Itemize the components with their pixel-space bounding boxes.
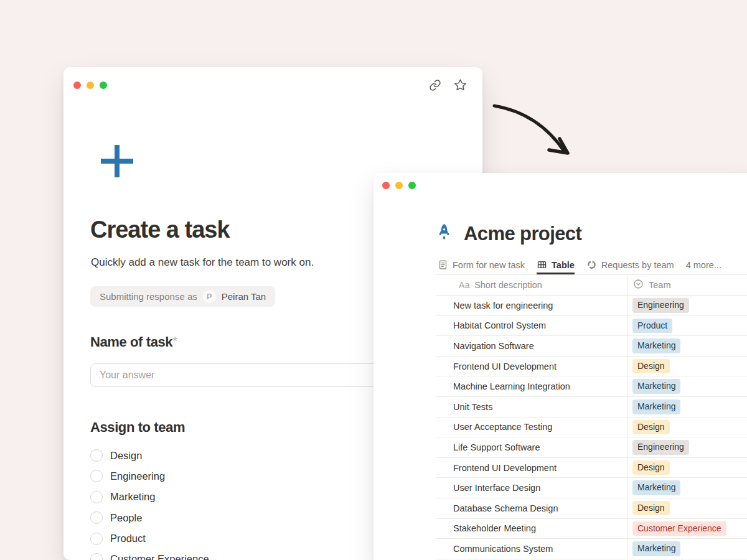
team-cell[interactable]: Marketing xyxy=(627,338,680,353)
star-icon[interactable] xyxy=(454,78,467,91)
team-tag: Marketing xyxy=(632,480,680,495)
team-cell[interactable]: Marketing xyxy=(627,399,680,414)
select-property-icon xyxy=(633,279,644,291)
view-tabs: Form for new task Table Requests by team… xyxy=(438,255,721,274)
table-row[interactable]: Machine Learning Integration Marketing xyxy=(436,376,747,397)
team-cell[interactable]: Design xyxy=(627,359,670,374)
team-tag: Product xyxy=(632,319,672,334)
column-header-team[interactable]: Team xyxy=(627,279,670,291)
team-option[interactable]: Product xyxy=(90,533,209,545)
team-tag: Marketing xyxy=(632,379,680,394)
team-cell[interactable]: Design xyxy=(627,420,670,435)
description-cell[interactable]: New task for engineering xyxy=(436,301,627,310)
view-tab[interactable]: Form for new task xyxy=(438,255,525,274)
team-cell[interactable]: Marketing xyxy=(627,379,680,394)
team-cell[interactable]: Product xyxy=(627,319,672,334)
task-table: Aa Short description Team New task for e… xyxy=(436,275,747,559)
table-row[interactable]: Life Support Software Engineering xyxy=(436,437,747,458)
description-cell[interactable]: User Acceptance Testing xyxy=(436,422,627,432)
radio-button[interactable] xyxy=(90,491,103,503)
radio-label: Customer Experience xyxy=(110,553,209,560)
close-window-button[interactable] xyxy=(382,182,390,189)
description-cell[interactable]: Frontend UI Development xyxy=(436,463,627,473)
field-label-text: Name of task xyxy=(90,334,172,350)
tab-label: Requests by team xyxy=(601,260,674,270)
radio-button[interactable] xyxy=(90,470,103,482)
table-row[interactable]: User Interface Design Marketing xyxy=(436,478,747,498)
description-cell[interactable]: Unit Tests xyxy=(436,402,627,412)
table-row[interactable]: Stakeholder Meeting Customer Experience xyxy=(436,519,747,539)
radio-label: Engineering xyxy=(110,470,165,482)
team-option[interactable]: Customer Experience xyxy=(90,553,209,560)
page-title: Acme project xyxy=(464,223,581,245)
curved-arrow xyxy=(486,93,579,167)
team-cell[interactable]: Marketing xyxy=(627,480,680,495)
name-of-task-label: Name of task* xyxy=(90,334,177,350)
team-cell[interactable]: Marketing xyxy=(627,541,680,556)
team-tag: Design xyxy=(632,359,670,374)
radio-button[interactable] xyxy=(90,533,103,545)
description-cell[interactable]: Machine Learning Integration xyxy=(436,381,627,391)
team-option[interactable]: Design xyxy=(90,449,209,462)
assign-to-team-label: Assign to team xyxy=(90,419,185,436)
team-cell[interactable]: Design xyxy=(627,460,670,475)
column-header-label: Short description xyxy=(474,280,542,290)
team-options: Design Engineering Marketing People Prod… xyxy=(90,449,209,560)
plus-icon xyxy=(99,143,135,182)
view-tab[interactable]: Table xyxy=(537,255,575,274)
table-row[interactable]: Communications System Marketing xyxy=(436,539,747,559)
description-cell[interactable]: Frontend UI Development xyxy=(436,362,627,371)
team-option[interactable]: Engineering xyxy=(90,470,209,482)
radio-label: People xyxy=(110,512,142,524)
form-title: Create a task xyxy=(90,217,230,243)
close-window-button[interactable] xyxy=(73,82,81,89)
team-tag: Marketing xyxy=(632,399,680,414)
team-tag: Design xyxy=(632,420,670,435)
description-cell[interactable]: Database Schema Design xyxy=(436,503,627,513)
minimize-window-button[interactable] xyxy=(87,82,94,89)
table-row[interactable]: Database Schema Design Design xyxy=(436,498,747,519)
team-cell[interactable]: Engineering xyxy=(627,298,689,313)
view-tab[interactable]: 4 more... xyxy=(686,255,721,274)
description-cell[interactable]: Communications System xyxy=(436,544,627,554)
table-row[interactable]: Habitat Control System Product xyxy=(436,316,747,337)
description-cell[interactable]: User Interface Design xyxy=(436,483,627,493)
team-tag: Customer Experience xyxy=(632,521,726,536)
minimize-window-button[interactable] xyxy=(395,182,403,189)
team-cell[interactable]: Customer Experience xyxy=(627,521,726,536)
team-tag: Design xyxy=(632,460,670,475)
submitting-as-text: Submitting response as xyxy=(100,291,197,302)
team-cell[interactable]: Design xyxy=(627,501,670,516)
column-header-description[interactable]: Aa Short description xyxy=(436,280,627,290)
table-row[interactable]: User Acceptance Testing Design xyxy=(436,418,747,438)
description-cell[interactable]: Stakeholder Meeting xyxy=(436,523,627,533)
window-controls xyxy=(382,182,416,189)
table-row[interactable]: Navigation Software Marketing xyxy=(436,336,747,357)
tab-label: 4 more... xyxy=(686,260,721,270)
task-name-input[interactable] xyxy=(90,363,403,387)
form-description: Quickly add a new task for the team to w… xyxy=(91,256,314,269)
radio-button[interactable] xyxy=(90,553,103,560)
column-divider xyxy=(627,275,627,559)
radio-button[interactable] xyxy=(90,511,103,524)
zoom-window-button[interactable] xyxy=(100,82,107,89)
radio-label: Product xyxy=(110,533,146,544)
table-row[interactable]: Frontend UI Development Design xyxy=(436,357,747,377)
radio-button[interactable] xyxy=(90,449,103,462)
avatar: P xyxy=(203,290,216,303)
description-cell[interactable]: Habitat Control System xyxy=(436,320,627,330)
table-row[interactable]: Unit Tests Marketing xyxy=(436,397,747,418)
view-tab[interactable]: Requests by team xyxy=(586,255,674,274)
zoom-window-button[interactable] xyxy=(408,182,416,189)
description-cell[interactable]: Navigation Software xyxy=(436,341,627,351)
table-row[interactable]: New task for engineering Engineering xyxy=(436,296,747,316)
team-option[interactable]: People xyxy=(90,511,209,524)
link-icon[interactable] xyxy=(429,79,441,91)
team-cell[interactable]: Engineering xyxy=(627,440,689,455)
user-name: Peiran Tan xyxy=(222,291,266,302)
team-option[interactable]: Marketing xyxy=(90,491,209,503)
table-row[interactable]: Frontend UI Development Design xyxy=(436,458,747,478)
description-cell[interactable]: Life Support Software xyxy=(436,442,627,452)
text-property-icon: Aa xyxy=(459,280,470,290)
task-table-body: New task for engineering Engineering Hab… xyxy=(436,296,747,559)
